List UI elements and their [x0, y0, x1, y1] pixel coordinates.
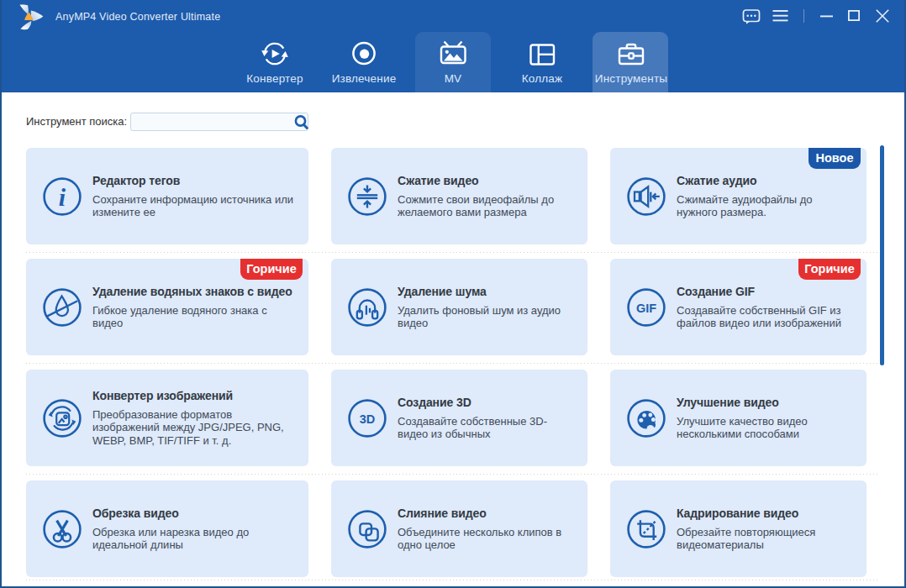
svg-text:GIF: GIF — [636, 301, 656, 314]
svg-text:3D: 3D — [360, 412, 376, 425]
svg-text:i: i — [59, 182, 66, 210]
